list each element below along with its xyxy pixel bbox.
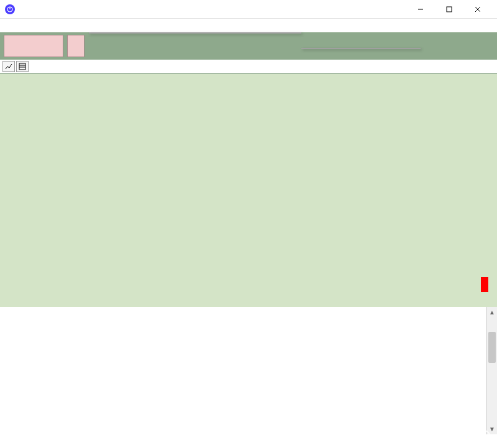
view-menu-dropdown bbox=[89, 32, 301, 34]
toolbar bbox=[0, 32, 497, 60]
svg-rect-1 bbox=[447, 7, 452, 12]
signal-graph bbox=[0, 73, 497, 307]
scan-aps-button[interactable] bbox=[4, 35, 63, 57]
maximize-button[interactable] bbox=[435, 0, 463, 19]
truncated-button[interactable] bbox=[67, 35, 84, 57]
vertical-scrollbar[interactable]: ▲ ▼ bbox=[486, 307, 497, 434]
window-buttons bbox=[406, 0, 492, 19]
list-view-icon[interactable] bbox=[16, 61, 29, 72]
watermark bbox=[475, 429, 493, 446]
ap-table-wrap: ▲ ▼ bbox=[0, 307, 497, 434]
download-icon bbox=[475, 429, 491, 446]
graph-submenu-dropdown bbox=[301, 48, 421, 49]
app-icon bbox=[5, 4, 15, 14]
scroll-thumb[interactable] bbox=[488, 332, 496, 363]
sub-toolbar bbox=[0, 60, 497, 73]
minimize-button[interactable] bbox=[406, 0, 435, 19]
svg-rect-4 bbox=[19, 63, 25, 70]
close-button[interactable] bbox=[463, 0, 492, 19]
menubar bbox=[0, 19, 497, 32]
titlebar bbox=[0, 0, 497, 19]
scroll-up-icon[interactable]: ▲ bbox=[487, 307, 497, 318]
graph-bar bbox=[481, 277, 488, 292]
graph-view-icon[interactable] bbox=[2, 61, 15, 72]
